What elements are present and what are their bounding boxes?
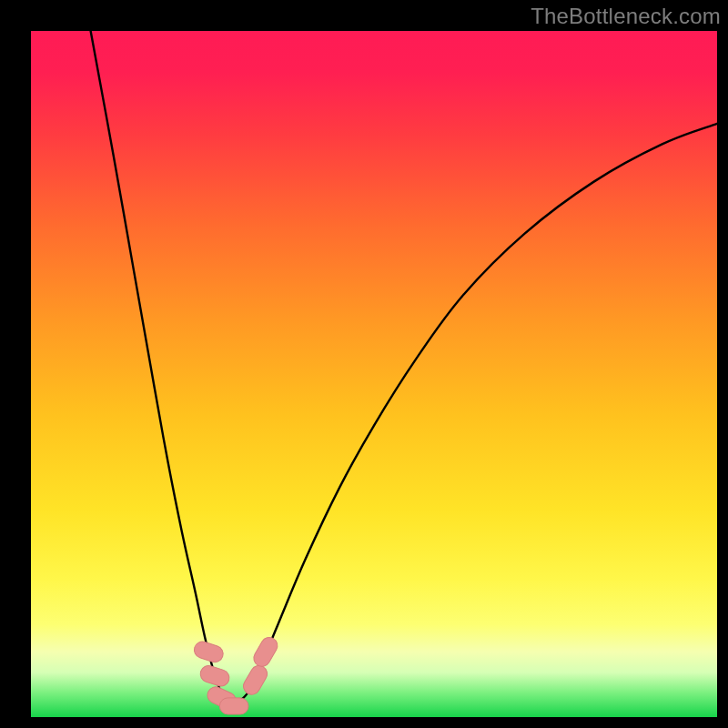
- curve-marker: [219, 698, 248, 714]
- bottleneck-chart: [0, 0, 728, 728]
- chart-stage: TheBottleneck.com: [0, 0, 728, 728]
- attribution-text: TheBottleneck.com: [531, 4, 721, 29]
- plot-background: [31, 31, 717, 717]
